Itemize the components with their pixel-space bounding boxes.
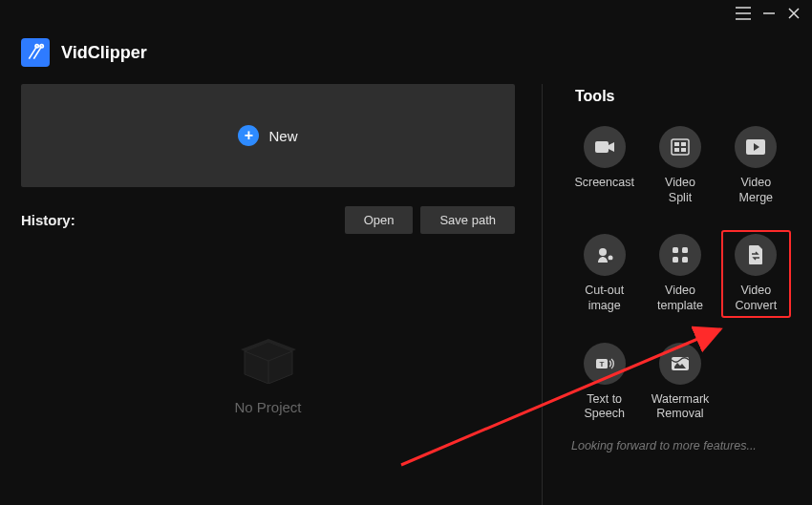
tool-label: Video template (657, 284, 703, 313)
cutout-icon (584, 234, 626, 276)
svg-rect-2 (674, 142, 679, 146)
svg-rect-3 (681, 142, 686, 146)
history-label: History: (21, 212, 75, 228)
close-icon[interactable] (787, 7, 801, 23)
tool-label: Video Merge (739, 176, 773, 205)
vertical-divider (542, 84, 543, 505)
tool-watermark-removal[interactable]: Watermark Removal (645, 339, 715, 426)
split-icon (659, 126, 701, 168)
open-button[interactable]: Open (345, 206, 414, 234)
tool-label: Screencast (574, 176, 634, 191)
empty-history: No Project (21, 234, 515, 505)
svg-rect-5 (681, 148, 686, 152)
tools-title: Tools (575, 88, 791, 105)
tool-cut-out-image[interactable]: Cut-out image (569, 230, 639, 317)
new-label: New (268, 128, 297, 144)
convert-icon (735, 234, 777, 276)
empty-history-label: No Project (234, 399, 301, 415)
svg-text:T: T (599, 360, 604, 368)
tool-label: Video Convert (735, 284, 777, 313)
play-icon (735, 126, 777, 168)
tool-screencast[interactable]: Screencast (569, 122, 639, 209)
more-features-text: Looking forward to more features... (569, 439, 791, 452)
app-title: VidClipper (61, 43, 147, 63)
svg-rect-11 (673, 257, 678, 263)
svg-point-8 (608, 256, 612, 261)
plus-icon: + (238, 125, 259, 146)
tool-text-to-speech[interactable]: TText to Speech (569, 339, 639, 426)
tool-video-template[interactable]: Video template (645, 230, 715, 317)
app-logo (21, 38, 50, 67)
tool-video-split[interactable]: Video Split (645, 122, 715, 209)
tool-label: Video Split (665, 176, 695, 205)
tool-label: Watermark Removal (652, 392, 710, 422)
save-path-button[interactable]: Save path (420, 206, 515, 234)
watermark-icon (659, 343, 701, 385)
tool-label: Text to Speech (584, 392, 624, 422)
svg-rect-12 (682, 257, 688, 263)
tool-video-merge[interactable]: Video Merge (721, 122, 791, 209)
minimize-icon[interactable] (762, 7, 776, 23)
svg-rect-10 (682, 247, 688, 253)
tool-video-convert[interactable]: Video Convert (721, 230, 791, 317)
svg-point-7 (599, 248, 607, 256)
template-icon (659, 234, 701, 276)
empty-box-icon (235, 332, 302, 388)
svg-rect-0 (595, 141, 609, 153)
new-project-button[interactable]: + New (21, 84, 515, 187)
svg-rect-9 (673, 247, 678, 253)
tts-icon: T (584, 343, 626, 385)
svg-rect-4 (674, 148, 679, 152)
menu-icon[interactable] (736, 7, 751, 23)
svg-rect-1 (672, 139, 689, 155)
camera-icon (584, 126, 626, 168)
tool-label: Cut-out image (585, 284, 624, 313)
